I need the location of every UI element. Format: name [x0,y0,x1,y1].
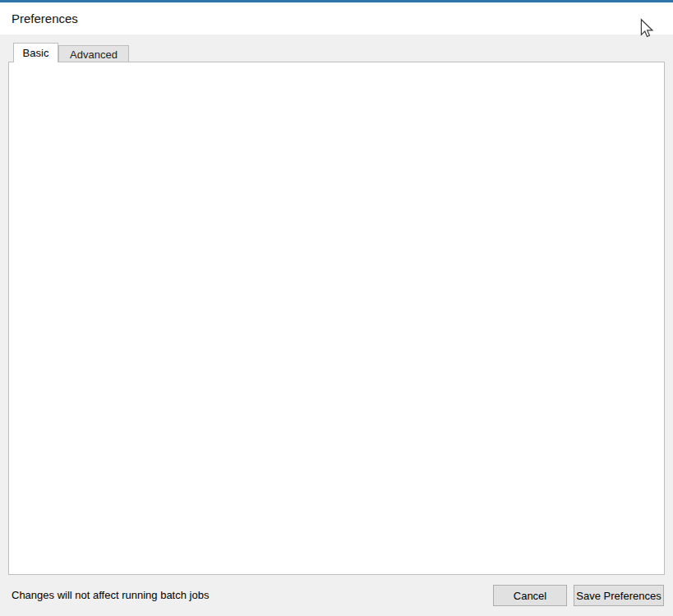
tab-basic[interactable]: Basic [13,43,58,62]
dialog-titlebar: Preferences [0,2,673,34]
basic-tab-pane [8,62,665,575]
footer-status-text: Changes will not affect running batch jo… [12,589,209,601]
dialog-title: Preferences [12,11,78,25]
tab-advanced[interactable]: Advanced [58,45,129,62]
save-preferences-button[interactable]: Save Preferences [574,585,664,606]
cancel-button[interactable]: Cancel [493,585,567,606]
